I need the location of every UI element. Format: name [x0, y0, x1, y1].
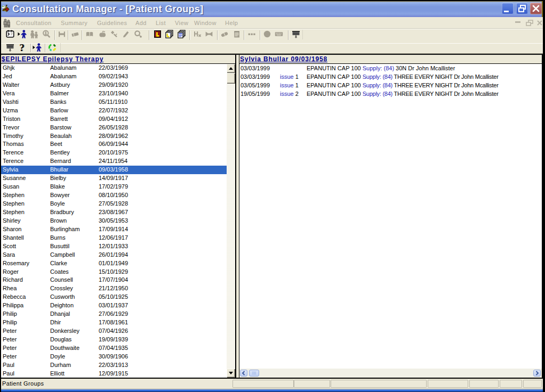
svg-text:?: ?: [19, 43, 25, 52]
